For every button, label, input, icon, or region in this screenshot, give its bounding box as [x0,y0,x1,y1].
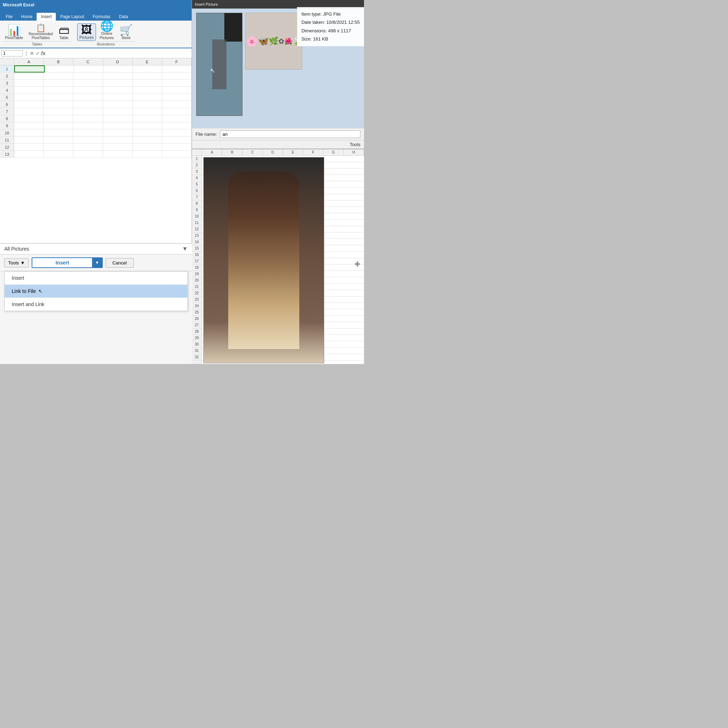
ribbon-tabs: File Home Insert Page Layout Formulas Da… [0,10,191,21]
thumbnail-area: ↖ 🌸 🦋 🌿 ✿ 🌺 🍃 Item type: JPG File Date t… [192,9,364,128]
insert-dropdown-menu: Insert Link to File ↖ Insert and Link [4,271,188,311]
all-pictures-bar: All Pictures ▼ [0,243,192,254]
col-header-a: A [14,58,44,65]
fx-icon: fx [41,50,46,56]
cell-reference-input[interactable] [2,50,23,57]
col-header-e: E [133,58,162,65]
recommended-pivot-icon: 📋 [36,24,46,32]
col-header-b: B [44,58,73,65]
ribbon-group-illustrations: 🖼 Pictures 🌐 OnlinePictures 🛒 Store Illu… [77,20,135,46]
mini-col-f: F [303,149,323,155]
pictures-button[interactable]: 🖼 Pictures [77,23,96,41]
file-dialog-title: Insert Picture [195,2,218,6]
col-header-f: F [162,58,191,65]
mini-col-a: A [202,149,222,155]
store-button[interactable]: 🛒 Store [117,24,135,41]
dropdown-item-link-to-file[interactable]: Link to File ↖ [5,285,187,298]
insert-main-button[interactable]: Insert [32,258,92,267]
table-button[interactable]: 🗃 Table [57,24,72,41]
item-type: Item type: JPG File [301,10,360,18]
tools-label: Tools [8,260,19,266]
mini-col-g: G [323,149,344,155]
table-label: Table [59,35,68,40]
illustrations-buttons: 🖼 Pictures 🌐 OnlinePictures 🛒 Store [77,20,135,41]
mini-row-numbers: 12 34 56 78 910 1112 1314 1516 1718 1920… [192,156,202,364]
excel-left-panel: Microsoft Excel File Home Insert Page La… [0,0,192,364]
ribbon-body: 📊 PivotTable 📋 RecommendedPivotTables 🗃 … [0,21,191,48]
tables-buttons: 📊 PivotTable 📋 RecommendedPivotTables 🗃 … [3,23,72,41]
inserted-image[interactable] [203,157,324,363]
date-taken: Date taken: 10/8/2021 12:55 [301,18,360,26]
online-pictures-button[interactable]: 🌐 OnlinePictures [97,20,116,41]
tools-row-label: Tools [350,142,361,147]
all-pictures-label: All Pictures [4,246,182,252]
header-corner [0,58,14,65]
recommended-pivot-label: RecommendedPivotTables [29,32,53,40]
dark-top [224,13,242,41]
plus-cursor-icon: ✚ [355,260,361,268]
formula-icons: ✕ ✓ [30,50,40,56]
pivot-table-button[interactable]: 📊 PivotTable [3,24,25,41]
col-header-d: D [103,58,133,65]
tab-data[interactable]: Data [115,13,132,21]
insert-picture-bottom: All Pictures ▼ Tools ▼ Insert ▼ Cancel I… [0,243,192,364]
file-name-label: File name: [196,132,217,137]
tools-row: Tools [192,140,364,148]
file-name-input[interactable] [220,130,361,138]
mini-col-e: E [283,149,303,155]
cursor-arrow-icon: ↖ [210,67,216,75]
recommended-pivottables-button[interactable]: 📋 RecommendedPivotTables [27,23,55,41]
formula-input[interactable] [47,51,190,56]
file-info-box: Item type: JPG File Date taken: 10/8/202… [297,7,364,46]
tools-button[interactable]: Tools ▼ [4,258,29,267]
tab-home[interactable]: Home [17,13,37,21]
image-figure [228,171,299,349]
pivot-table-label: PivotTable [5,35,23,40]
online-pictures-label: OnlinePictures [99,31,114,40]
store-icon: 🛒 [119,25,133,35]
tab-file[interactable]: File [2,13,17,21]
main-thumbnail[interactable]: ↖ [196,13,242,116]
insert-split-button[interactable]: Insert ▼ [32,257,103,268]
insert-cancel-row: Tools ▼ Insert ▼ Cancel [0,254,192,271]
insert-dropdown-arrow[interactable]: ▼ [92,258,102,267]
tools-chevron-icon: ▼ [20,260,25,266]
mini-col-d: D [263,149,283,155]
figure-silhouette [212,40,226,89]
mini-cells-area: ✚ [202,156,364,364]
dropdown-chevron-icon: ▼ [182,246,188,252]
mini-col-headers: A B C D E F G H [192,149,364,156]
excel-with-image: A B C D E F G H 12 34 56 78 910 1112 131… [192,149,364,364]
mini-col-c: C [242,149,263,155]
dimensions: Dimensions: 498 x 1117 [301,27,360,35]
tab-insert[interactable]: Insert [37,13,56,21]
secondary-thumbnail[interactable]: 🌸 🦋 🌿 ✿ 🌺 🍃 [245,13,302,70]
title-bar-text: Microsoft Excel [3,3,35,8]
column-headers: A B C D E F [0,58,191,66]
formula-bar: | ✕ ✓ fx [0,48,191,58]
right-panel: Insert Picture ↖ 🌸 🦋 🌿 ✿ 🌺 🍃 Item type: … [192,0,364,364]
mini-col-b: B [222,149,242,155]
ribbon-group-tables: 📊 PivotTable 📋 RecommendedPivotTables 🗃 … [3,23,72,46]
cursor-icon: ↖ [38,288,43,294]
file-dialog: Insert Picture ↖ 🌸 🦋 🌿 ✿ 🌺 🍃 Item type: … [192,0,364,149]
tables-group-label: Tables [3,41,72,46]
online-pictures-icon: 🌐 [100,21,113,31]
mini-col-h: H [344,149,364,155]
table-icon: 🗃 [59,25,69,35]
title-bar: Microsoft Excel [0,0,191,10]
dropdown-item-insert-and-link[interactable]: Insert and Link [5,298,187,310]
tab-page-layout[interactable]: Page Layout [56,13,88,21]
illustrations-group-label: Illustrations [77,41,135,46]
mini-corner [192,149,202,155]
pictures-label: Pictures [80,35,94,40]
cancel-button[interactable]: Cancel [106,258,133,268]
file-name-row: File name: [192,128,364,140]
pivot-table-icon: 📊 [8,25,21,35]
pictures-icon: 🖼 [81,24,92,35]
tab-formulas[interactable]: Formulas [89,13,115,21]
store-label: Store [121,35,130,40]
file-size: Size: 161 KB [301,35,360,43]
dropdown-item-insert[interactable]: Insert [5,272,187,285]
mini-grid: 12 34 56 78 910 1112 1314 1516 1718 1920… [192,156,364,364]
